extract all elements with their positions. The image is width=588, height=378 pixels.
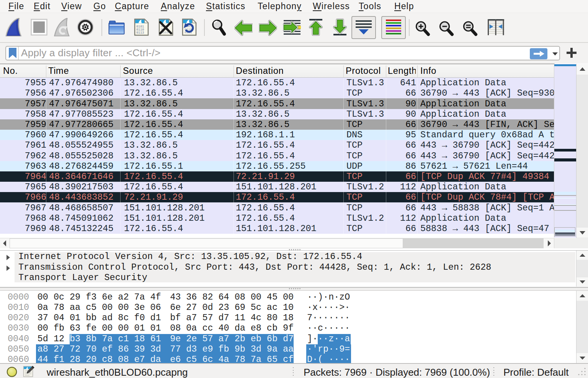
- svg-text:0113: 0113: [136, 31, 144, 35]
